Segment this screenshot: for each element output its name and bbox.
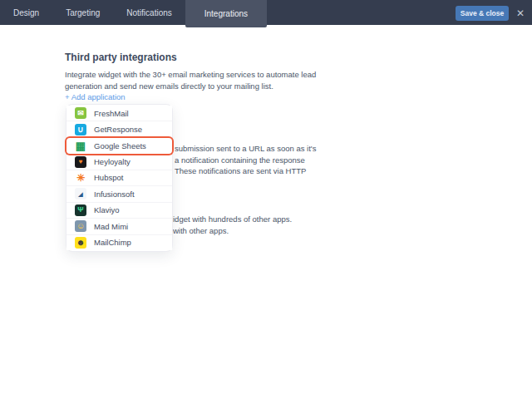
close-icon[interactable]: ✕ — [515, 7, 526, 19]
freshmail-icon: ✉ — [75, 107, 86, 119]
list-item-label: Heyloyalty — [94, 157, 131, 166]
list-item[interactable]: ✳ Hubspot — [66, 170, 172, 186]
clipped-text-line: with other apps. — [173, 225, 292, 237]
list-item-label: Infusionsoft — [94, 190, 135, 199]
tab-targeting[interactable]: Targeting — [52, 0, 113, 25]
tab-design[interactable]: Design — [0, 0, 52, 25]
list-item-label: Mad Mimi — [94, 222, 128, 231]
list-item-label: Google Sheets — [94, 141, 146, 150]
mailchimp-icon: ☻ — [75, 237, 86, 249]
list-item-label: FreshMail — [94, 109, 129, 118]
tab-notifications[interactable]: Notifications — [113, 0, 185, 25]
hubspot-icon: ✳ — [75, 172, 86, 184]
list-item-label: GetResponse — [94, 125, 142, 134]
list-item-label: Hubspot — [94, 173, 123, 182]
list-item[interactable]: ◢ Infusionsoft — [66, 186, 172, 202]
list-item[interactable]: ♥ Heyloyalty — [66, 154, 172, 170]
list-item[interactable]: ∪ GetResponse — [66, 121, 172, 137]
google-sheets-icon: ▦ — [75, 140, 86, 151]
list-item-label: MailChimp — [94, 238, 131, 247]
clipped-text-line: idget with hundreds of other apps. — [173, 214, 292, 225]
list-item[interactable]: ☻ MailChimp — [66, 235, 172, 250]
add-application-dropdown: ✉ FreshMail ∪ GetResponse ▦ Google Sheet… — [66, 104, 173, 252]
add-application-link[interactable]: + Add application — [65, 92, 126, 101]
list-item-label: Klaviyo — [94, 205, 120, 214]
clipped-text-line: submission sent to a URL as soon as it's — [175, 143, 316, 155]
clipped-text-line: These notifications are sent via HTTP — [175, 165, 316, 177]
top-toolbar: DesignTargetingNotificationsIntegrations… — [0, 0, 532, 25]
page-description: Integrate widget with the 30+ email mark… — [65, 69, 321, 92]
tab-integrations[interactable]: Integrations — [185, 0, 267, 27]
list-item[interactable]: ☺ Mad Mimi — [66, 219, 172, 234]
madmimi-icon: ☺ — [75, 220, 86, 232]
clipped-text-line: a notification containing the response — [175, 155, 316, 166]
integrations-page: Third party integrations Integrate widge… — [0, 25, 532, 399]
clipped-apps-text: idget with hundreds of other apps.with o… — [173, 214, 292, 236]
save-and-close-button[interactable]: Save & close — [456, 6, 509, 21]
list-item[interactable]: ▦ Google Sheets — [66, 138, 172, 154]
infusionsoft-icon: ◢ — [75, 188, 86, 200]
list-item[interactable]: Ψ Klaviyo — [66, 203, 172, 219]
heyloyalty-icon: ♥ — [75, 156, 86, 168]
tab-bar: DesignTargetingNotificationsIntegrations — [0, 0, 532, 27]
page-title: Third party integrations — [65, 52, 177, 63]
list-item[interactable]: ✉ FreshMail — [66, 106, 172, 121]
clipped-webhook-text: submission sent to a URL as soon as it's… — [175, 143, 316, 177]
getresponse-icon: ∪ — [75, 124, 86, 135]
klaviyo-icon: Ψ — [75, 204, 86, 216]
